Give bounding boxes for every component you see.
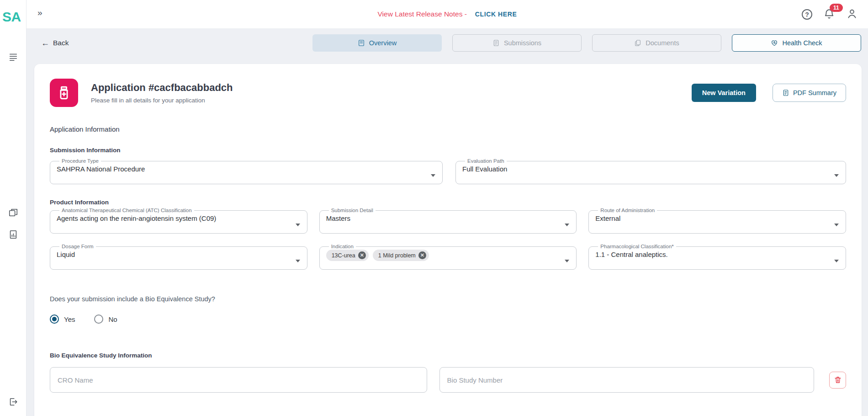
application-header: Application #cacfbacabbadch Please fill … — [50, 79, 846, 107]
radio-yes-label: Yes — [64, 315, 75, 323]
notification-count-badge: 11 — [830, 4, 843, 12]
chevron-down-icon[interactable] — [296, 224, 300, 226]
tab-bar: ← Back Overview Submissions Documents He… — [26, 29, 868, 57]
app-logo: SA — [2, 9, 21, 25]
release-notes-text: View Latest Release Notes - — [378, 10, 467, 18]
route-of-administration-label: Route of Administration — [598, 208, 657, 213]
pdf-icon — [782, 89, 789, 96]
apps-icon[interactable] — [7, 207, 19, 219]
overview-icon — [358, 39, 365, 47]
user-profile-icon[interactable] — [846, 8, 858, 21]
dosage-form-label: Dosage Form — [59, 244, 96, 249]
medicine-bottle-icon — [50, 79, 78, 107]
chevron-down-icon[interactable] — [565, 224, 569, 226]
page-title: Application #cacfbacabbadch — [91, 82, 233, 94]
atc-classification-select[interactable]: Anatomical Therapeutical Chemical (ATC) … — [50, 208, 307, 234]
help-icon[interactable]: ? — [802, 9, 812, 20]
submission-info-heading: Submission Information — [50, 147, 846, 154]
back-label: Back — [53, 39, 69, 47]
indication-chip: 13C-urea ✕ — [326, 250, 369, 261]
chevron-down-icon[interactable] — [834, 224, 839, 226]
radio-yes[interactable]: Yes — [50, 315, 75, 324]
submission-detail-label: Submission Detail — [329, 208, 376, 213]
submissions-icon — [492, 39, 500, 47]
chevron-down-icon[interactable] — [296, 260, 300, 262]
new-variation-button[interactable]: New Variation — [692, 84, 756, 102]
sidebar-collapse-chevrons[interactable]: » — [37, 8, 42, 18]
bio-study-number-input[interactable] — [439, 367, 815, 393]
chip-label: 1 Mild problem — [378, 252, 416, 259]
page-subtitle: Please fill in all details for your appl… — [91, 97, 233, 104]
chip-label: 13C-urea — [332, 252, 355, 259]
cro-name-input[interactable] — [50, 367, 427, 393]
sidebar: SA — [0, 0, 26, 416]
application-card: Application #cacfbacabbadch Please fill … — [34, 64, 862, 416]
evaluation-path-value: Full Evaluation — [462, 165, 827, 173]
health-check-icon — [771, 39, 778, 47]
atc-classification-value: Agents acting on the renin-angiotensin s… — [57, 214, 289, 222]
notifications-bell-icon[interactable]: 11 — [823, 8, 835, 21]
topbar: » View Latest Release Notes - CLICK HERE… — [26, 0, 868, 29]
radio-no-label: No — [108, 315, 117, 323]
journal-icon[interactable] — [7, 51, 19, 63]
bio-equivalence-question: Does your submission include a Bio Equiv… — [50, 295, 846, 303]
trash-icon — [834, 376, 842, 384]
indication-multiselect[interactable]: Indication 13C-urea ✕ 1 Mild problem ✕ — [319, 244, 577, 270]
delete-bio-study-button[interactable] — [829, 372, 846, 389]
tab-overview-label: Overview — [369, 39, 397, 47]
release-notes-banner: View Latest Release Notes - CLICK HERE — [378, 10, 517, 18]
chevron-down-icon[interactable] — [834, 174, 839, 177]
back-arrow-icon: ← — [41, 38, 49, 48]
evaluation-path-label: Evaluation Path — [465, 158, 507, 164]
submission-detail-value: Masters — [326, 214, 558, 222]
tab-overview[interactable]: Overview — [312, 34, 442, 52]
pharmacological-classification-select[interactable]: Pharmacological Classification* 1.1 - Ce… — [588, 244, 846, 270]
pdf-summary-button[interactable]: PDF Summary — [773, 84, 846, 102]
main-content: ← Back Overview Submissions Documents He… — [26, 29, 868, 416]
dosage-form-value: Liquid — [57, 251, 289, 258]
indication-label: Indication — [329, 244, 356, 249]
procedure-type-value: SAHPRA National Procedure — [57, 165, 424, 173]
chevron-down-icon[interactable] — [834, 260, 839, 262]
radio-no-control[interactable] — [94, 315, 103, 324]
bio-study-heading: Bio Equivalence Study Information — [50, 352, 846, 359]
radio-yes-control[interactable] — [50, 315, 59, 324]
chevron-down-icon[interactable] — [565, 260, 569, 262]
tab-documents[interactable]: Documents — [592, 34, 721, 52]
tab-submissions-label: Submissions — [504, 39, 541, 47]
reports-icon[interactable] — [7, 229, 19, 240]
route-of-administration-value: External — [595, 214, 827, 222]
tab-submissions[interactable]: Submissions — [452, 34, 582, 52]
section-title: Application Information — [50, 125, 846, 133]
back-button[interactable]: ← Back — [41, 38, 69, 48]
pharmacological-classification-label: Pharmacological Classification* — [598, 244, 676, 249]
radio-no[interactable]: No — [94, 315, 117, 324]
chevron-down-icon[interactable] — [431, 174, 435, 177]
evaluation-path-select[interactable]: Evaluation Path Full Evaluation — [455, 158, 846, 184]
dosage-form-select[interactable]: Dosage Form Liquid — [50, 244, 307, 270]
chip-remove-icon[interactable]: ✕ — [418, 251, 426, 259]
logout-icon[interactable] — [7, 396, 19, 408]
submission-detail-select[interactable]: Submission Detail Masters — [319, 208, 577, 234]
tab-health-check-label: Health Check — [782, 39, 822, 47]
release-notes-link[interactable]: CLICK HERE — [475, 11, 517, 18]
atc-classification-label: Anatomical Therapeutical Chemical (ATC) … — [59, 208, 194, 213]
chip-remove-icon[interactable]: ✕ — [358, 251, 366, 259]
pdf-summary-label: PDF Summary — [793, 89, 836, 96]
pharmacological-classification-value: 1.1 - Central analeptics. — [595, 251, 827, 258]
route-of-administration-select[interactable]: Route of Administration External — [588, 208, 846, 234]
tab-health-check[interactable]: Health Check — [732, 34, 861, 52]
documents-icon — [634, 39, 641, 47]
procedure-type-select[interactable]: Procedure Type SAHPRA National Procedure — [50, 158, 443, 184]
indication-chip: 1 Mild problem ✕ — [373, 250, 429, 261]
product-info-heading: Product Information — [50, 199, 846, 206]
procedure-type-label: Procedure Type — [59, 158, 101, 164]
tab-documents-label: Documents — [646, 39, 679, 47]
